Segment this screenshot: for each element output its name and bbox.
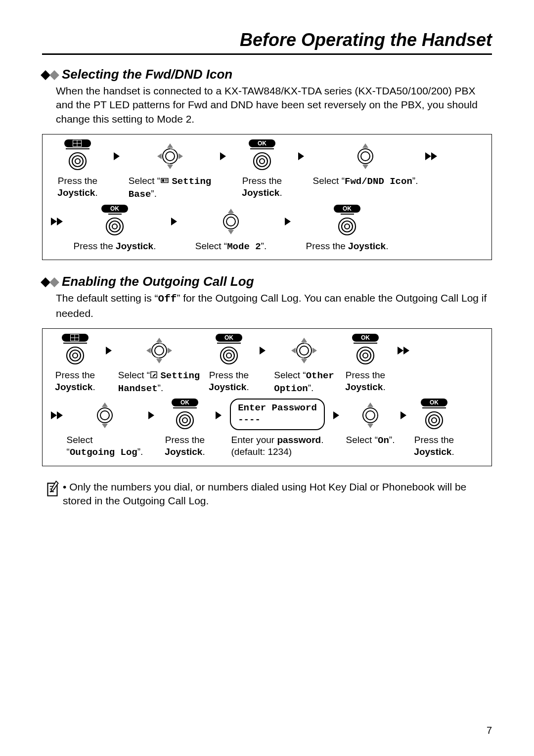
step-mono: Mode 2 — [227, 241, 261, 252]
arrow-right-icon — [102, 334, 116, 367]
step-label-bold: Joystick — [242, 187, 279, 198]
step-label-bold: Joystick — [209, 382, 246, 392]
step-label: Press the — [74, 241, 116, 251]
password-prompt-mask: ---- — [238, 414, 317, 426]
ok-key-icon: OK — [101, 205, 128, 213]
joystick-up-down-icon — [356, 400, 385, 432]
diamond-icon — [42, 279, 58, 286]
step-label-bold: Joystick — [345, 382, 383, 392]
ok-key-icon: OK — [352, 334, 379, 342]
step-press-joystick-ok: OK Press theJoystick. — [339, 334, 392, 393]
arrow-right-continue-icon — [420, 139, 443, 173]
ok-key-icon: OK — [421, 399, 447, 406]
arrow-right-continue-icon — [48, 205, 65, 238]
step-mono: Option — [274, 383, 308, 394]
joystick-icon — [65, 346, 85, 367]
joystick-icon — [68, 151, 88, 173]
step-press-joystick-ok: OK Press theJoystick. — [158, 399, 212, 458]
step-label: Select — [67, 435, 93, 445]
ok-key-icon: OK — [249, 139, 275, 147]
step-mono: Setting — [160, 370, 200, 381]
ok-key-icon: OK — [216, 334, 242, 342]
joystick-all-directions-icon — [155, 141, 185, 173]
menu-key-icon — [64, 139, 91, 147]
step-label: Select “ — [346, 435, 378, 445]
joystick-icon — [175, 410, 195, 432]
step-mono: Outgoing Log — [70, 447, 137, 458]
joystick-up-down-icon — [90, 400, 120, 432]
step-label: (default: 1234) — [231, 446, 292, 457]
arrow-right-icon — [256, 334, 269, 367]
flowchart-1: Press theJoystick. Select “ Setting Base… — [42, 134, 492, 260]
step-label-bold: Joystick — [57, 187, 95, 198]
step-press-joystick-ok: OK Press the Joystick. — [298, 205, 397, 252]
section-heading-row: Enabling the Outgoing Call Log — [42, 274, 492, 289]
arrow-right-icon — [278, 205, 298, 238]
menu-key-icon — [62, 334, 89, 342]
arrow-right-icon — [144, 399, 158, 432]
step-label: Select “ — [118, 370, 150, 380]
diamond-icon — [42, 72, 58, 79]
step-mono: On — [378, 435, 389, 446]
step-label: Press the — [414, 435, 454, 445]
step-press-joystick-ok: OK Press theJoystick. — [233, 139, 291, 199]
step-select-fwd-dnd: Select “Fwd/DND Icon”. — [311, 139, 420, 188]
step-label: Press the — [209, 370, 249, 380]
section-body: When the handset is connected to a KX-TA… — [56, 84, 492, 126]
step-label-bold: Joystick — [116, 241, 153, 251]
step-label: Press the — [55, 370, 95, 380]
arrow-right-continue-icon — [392, 334, 415, 367]
joystick-icon — [105, 217, 125, 238]
arrow-right-icon — [164, 205, 184, 238]
step-select-setting-base: Select “ Setting Base”. — [127, 139, 213, 201]
password-prompt-title: Enter Password — [238, 402, 317, 414]
step-label-bold: Joystick — [55, 382, 92, 392]
joystick-all-directions-icon — [144, 336, 174, 367]
step-select-setting-handset: Select “ Setting Handset”. — [116, 334, 202, 395]
section-heading-row: Selecting the Fwd/DND Icon — [42, 67, 492, 82]
pencil-edit-icon — [150, 371, 158, 378]
arrow-right-icon — [291, 139, 311, 173]
step-label-bold: Joystick — [414, 446, 451, 457]
section-title: Enabling the Outgoing Call Log — [62, 274, 254, 289]
step-press-joystick: Press theJoystick. — [48, 334, 102, 393]
step-mono: Fwd/DND Icon — [345, 176, 412, 187]
step-label-bold: password — [277, 435, 321, 445]
step-label: Press the — [165, 435, 205, 445]
joystick-icon — [337, 217, 357, 238]
ok-key-icon: OK — [334, 205, 360, 213]
arrow-right-icon — [212, 399, 225, 432]
step-label-bold: Joystick — [348, 241, 386, 251]
base-station-icon — [160, 177, 169, 184]
step-label: Press the — [346, 370, 385, 380]
flowchart-2: Press theJoystick. Select “ Setting Hand… — [42, 328, 492, 466]
joystick-icon — [219, 346, 239, 367]
step-label: Press the — [58, 176, 97, 186]
step-select-on: Select “On”. — [343, 399, 398, 447]
step-label: Select “ — [274, 370, 306, 380]
step-label-bold: Joystick — [165, 446, 202, 457]
arrow-right-continue-icon — [48, 399, 65, 432]
step-label: Select “ — [195, 241, 227, 251]
step-mono: Setting — [172, 176, 211, 187]
joystick-all-directions-icon — [289, 336, 319, 367]
joystick-icon — [356, 346, 375, 367]
note-row: Only the numbers you dial, or numbers di… — [42, 480, 492, 508]
step-mono: Other — [306, 370, 334, 381]
step-press-joystick-ok: OK Press the Joystick. — [65, 205, 164, 252]
joystick-up-down-icon — [351, 141, 380, 173]
step-press-joystick-ok: OK Press theJoystick. — [202, 334, 256, 393]
arrow-right-icon — [107, 139, 127, 173]
step-select-other-option: Select “Other Option”. — [269, 334, 339, 395]
note-icon — [42, 480, 63, 498]
step-label: Press the — [306, 241, 349, 251]
section-title: Selecting the Fwd/DND Icon — [62, 67, 232, 82]
step-label: Select “ — [313, 176, 345, 186]
joystick-icon — [424, 410, 444, 432]
arrow-right-icon — [398, 399, 409, 432]
arrow-right-icon — [329, 399, 343, 432]
page-title: Before Operating the Handset — [42, 30, 492, 55]
step-select-outgoing-log: Select “Outgoing Log”. — [65, 399, 144, 459]
arrow-right-icon — [213, 139, 233, 173]
joystick-icon — [252, 151, 272, 173]
